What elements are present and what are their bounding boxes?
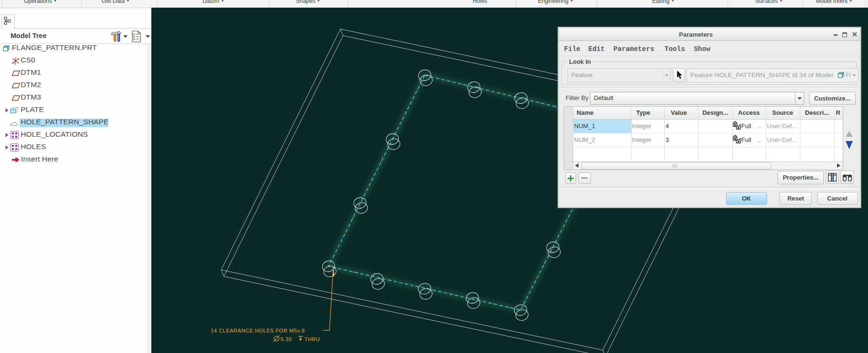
svg-text:5.30: 5.30 [280,336,292,342]
svg-text:THRU: THRU [304,336,320,342]
svg-text:14 CLEARANCE HOLES FOR M5x.8: 14 CLEARANCE HOLES FOR M5x.8 [211,328,305,333]
